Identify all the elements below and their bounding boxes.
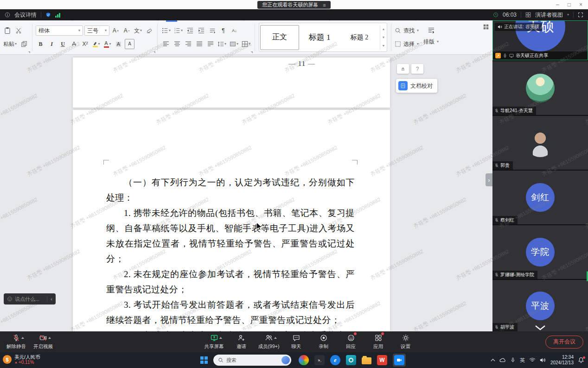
decrease-indent-button[interactable]: [185, 25, 195, 36]
video-tile[interactable]: 导航241-齐天慧: [492, 61, 588, 115]
style-heading-2[interactable]: 标题 2: [340, 25, 379, 50]
font-color-button[interactable]: A▾: [102, 39, 112, 49]
layout-button[interactable]: 排版▾: [423, 36, 439, 48]
edge-browser-icon[interactable]: e: [330, 355, 340, 365]
borders-button[interactable]: ▾: [241, 39, 251, 49]
notification-bell[interactable]: [578, 357, 584, 363]
mic-tray-icon[interactable]: [510, 357, 516, 363]
char-border-button[interactable]: A: [125, 39, 134, 49]
taskbar-search[interactable]: 搜索: [213, 355, 291, 366]
collapse-chat-icon[interactable]: ‹: [47, 296, 52, 302]
line-spacing-button[interactable]: ▾: [217, 39, 227, 49]
close-button[interactable]: ×: [579, 1, 582, 8]
numbered-list-button[interactable]: 123▾: [173, 25, 184, 36]
video-tile-host[interactable]: 天硕 正在讲话: 谷天硕 ↗ 谷天硕正在共享: [492, 20, 588, 60]
find-button[interactable]: 查找▾: [395, 25, 419, 37]
network-signal-icon[interactable]: [55, 13, 60, 18]
proofread-panel[interactable]: 文档校对: [396, 79, 437, 93]
styles-gallery-arrows[interactable]: ▲▼▼: [380, 25, 387, 50]
video-tile[interactable]: 学院 罗娜娜-测绘学院: [492, 225, 588, 279]
more-styles-icon[interactable]: ▼: [382, 44, 385, 47]
file-explorer-icon[interactable]: [362, 357, 371, 364]
grow-font-button[interactable]: A+: [111, 25, 121, 36]
superscript-button[interactable]: X²: [80, 39, 90, 49]
terminal-icon[interactable]: >_: [314, 355, 325, 365]
document-body[interactable]: （一）有下列行为之一的，认定为考试违纪，分别做如下处理： 1. 携带未经允许的物…: [73, 110, 390, 331]
paragraph-mark-button[interactable]: ¶: [218, 25, 228, 36]
expand-handle[interactable]: ›: [486, 173, 492, 186]
clear-format-button[interactable]: [144, 25, 154, 36]
text-direction-button[interactable]: [207, 25, 217, 36]
help-icon[interactable]: ?: [411, 64, 423, 74]
copy-icon[interactable]: [19, 39, 29, 49]
clock[interactable]: 12:34 2024/12/13: [550, 355, 574, 366]
emoji-icon[interactable]: [7, 296, 13, 302]
strikethrough-button[interactable]: A: [69, 39, 79, 49]
record-button[interactable]: 录制: [312, 331, 335, 352]
font-size-select[interactable]: 三号▾: [84, 25, 109, 36]
fullscreen-icon[interactable]: [578, 12, 583, 18]
paste-icon-button[interactable]: [2, 25, 12, 36]
wps-icon[interactable]: W: [377, 355, 387, 365]
italic-button[interactable]: I: [47, 39, 57, 49]
style-normal[interactable]: 正文: [260, 25, 299, 50]
phonetic-guide-button[interactable]: 文▾: [133, 25, 143, 36]
maximize-button[interactable]: □: [568, 1, 571, 8]
shrink-font-button[interactable]: A−: [122, 25, 132, 36]
watching-banner[interactable]: 您正在观看谷天硕的屏幕 ≡: [257, 1, 330, 9]
dialog-launcher-icon[interactable]: [251, 51, 253, 53]
video-tile[interactable]: 剑红 蔡剑红: [492, 171, 588, 224]
sort-button[interactable]: A↓: [230, 25, 239, 36]
underline-button[interactable]: U: [58, 39, 68, 49]
align-left-button[interactable]: [161, 39, 171, 49]
document-page-current[interactable]: （一）有下列行为之一的，认定为考试违纪，分别做如下处理： 1. 携带未经允许的物…: [73, 110, 390, 331]
apps-button[interactable]: 应用: [367, 331, 390, 352]
distribute-button[interactable]: [205, 39, 215, 49]
taskbar-news-widget[interactable]: $ 美元/人民币 ▲+0.11%: [3, 354, 40, 365]
shading-button[interactable]: ▾: [229, 39, 239, 49]
settings-button[interactable]: 设置: [394, 331, 417, 352]
input-method-indicator[interactable]: 英: [520, 357, 525, 364]
meeting-detail-link[interactable]: 会议详情: [14, 11, 37, 19]
meeting-app-active[interactable]: [393, 354, 406, 367]
video-tile[interactable]: 郭贵: [492, 116, 588, 170]
char-shading-button[interactable]: A: [114, 39, 123, 49]
align-right-button[interactable]: [183, 39, 193, 49]
dialog-launcher-icon[interactable]: [28, 51, 30, 53]
view-mode-select[interactable]: 演讲者视图: [535, 11, 563, 19]
quick-chat-input[interactable]: 说点什么... ‹: [4, 293, 56, 305]
highlight-button[interactable]: ▾: [91, 39, 101, 49]
browser-icon[interactable]: [299, 355, 309, 365]
security-shield-icon[interactable]: [45, 12, 51, 18]
banner-menu-icon[interactable]: ≡: [323, 2, 326, 8]
align-center-button[interactable]: [172, 39, 182, 49]
increase-indent-button[interactable]: [196, 25, 206, 36]
bold-button[interactable]: B: [36, 39, 45, 49]
chevron-down-icon[interactable]: ▾: [567, 13, 569, 17]
chevron-up-icon[interactable]: [274, 337, 277, 339]
members-button[interactable]: 成员(99+): [257, 331, 281, 352]
chevron-up-icon[interactable]: [48, 337, 51, 339]
wifi-icon[interactable]: [529, 357, 536, 363]
scroll-down-icon[interactable]: ▼: [382, 36, 385, 39]
document-page-previous[interactable]: — 11 —: [73, 57, 390, 108]
dialog-launcher-icon[interactable]: [153, 51, 155, 53]
cut-icon[interactable]: [13, 25, 23, 36]
start-video-button[interactable]: 开启视频: [32, 331, 55, 352]
chat-button[interactable]: 聊天: [285, 331, 308, 352]
invite-button[interactable]: 邀请: [230, 331, 253, 352]
scroll-up-icon[interactable]: ▲: [382, 27, 385, 31]
leave-meeting-button[interactable]: 离开会议: [545, 336, 583, 349]
unmute-button[interactable]: 解除静音: [5, 331, 28, 352]
eject-icon[interactable]: [397, 64, 409, 74]
bullet-list-button[interactable]: ▾: [161, 25, 172, 36]
reactions-button[interactable]: 回应: [339, 331, 363, 352]
document-canvas[interactable]: — 11 — （一）有下列行为之一的，认定为考试违纪，分别做如下处理： 1. 携…: [0, 55, 492, 331]
select-button[interactable]: 选择▾: [395, 38, 419, 50]
font-name-select[interactable]: 楷体▾: [36, 25, 83, 36]
justify-button[interactable]: [194, 39, 204, 49]
start-button[interactable]: [200, 356, 208, 364]
chevron-up-icon[interactable]: [219, 337, 222, 339]
teal-app-icon[interactable]: [346, 355, 356, 365]
paste-button[interactable]: 粘贴▾: [2, 39, 18, 49]
